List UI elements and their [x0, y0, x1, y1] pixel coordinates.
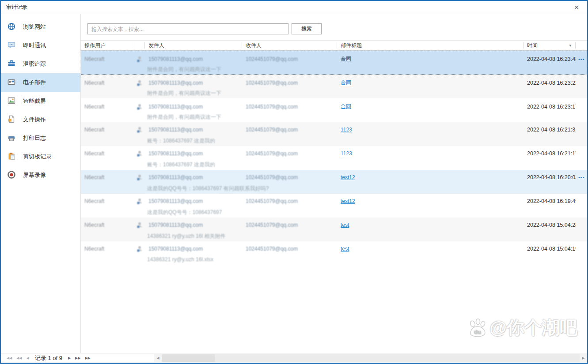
row-time: 2022-04-08 15:04:19 [524, 246, 576, 252]
search-input[interactable] [87, 23, 288, 34]
row-preview: 14386321 ry@y.uzh 16l.xlsx [147, 256, 213, 263]
mail-attachment-icon [134, 104, 145, 110]
globe-icon [8, 23, 15, 32]
row-subject: test12 [337, 174, 524, 180]
row-menu-button[interactable]: ••• [576, 56, 587, 62]
row-subject: 1123 [337, 127, 524, 133]
sidebar-item-file-operations[interactable]: 文件操作 [1, 110, 80, 129]
sidebar-item-label: 屏幕录像 [23, 171, 46, 179]
sidebar-item-browse-web[interactable]: 浏览网站 [1, 18, 80, 36]
row-sender: 15079081113@qq.com [145, 127, 242, 133]
row-subject: 合同 [337, 79, 524, 86]
file-icon [8, 115, 15, 124]
table-row[interactable]: N6ecraft 15079081113@qq.com 1024451079@q… [81, 98, 587, 122]
row-preview: 账号：1086437697 这是我的 [147, 161, 215, 169]
record-counter: 记录 1 of 9 [35, 354, 62, 362]
row-user: N6ecraft [81, 150, 134, 157]
sidebar-item-instant-messaging[interactable]: 即时通讯 [1, 36, 80, 55]
prev-page-button[interactable]: ◀ [24, 356, 31, 360]
footer-bar: ◀◀ ◀◀ ◀ 记录 1 of 9 ▶ ▶▶ ▶▶ ◀ ▶ [1, 353, 587, 363]
row-recipient: 1024451079@qq.com [242, 174, 337, 180]
row-user: N6ecraft [81, 56, 134, 62]
mail-attachment-icon [134, 127, 145, 133]
sidebar-item-label: 剪切板记录 [23, 153, 52, 161]
fast-next-page-button[interactable]: ▶▶ [73, 356, 83, 360]
subject-link[interactable]: test [341, 246, 349, 252]
row-sender: 15079081113@qq.com [145, 56, 242, 62]
row-sender: 15079081113@qq.com [145, 198, 242, 204]
row-time: 2022-04-08 16:21:17 [524, 150, 576, 157]
sidebar-item-label: 智能截屏 [23, 97, 46, 105]
sidebar-item-label: 浏览网站 [23, 23, 46, 31]
table-row[interactable]: N6ecraft 15079081113@qq.com 1024451079@q… [81, 51, 587, 75]
fast-prev-page-button[interactable]: ◀◀ [14, 356, 24, 360]
row-preview: 附件是合同，有问题商议这一下 [147, 113, 221, 121]
table-row[interactable]: N6ecraft 15079081113@qq.com 1024451079@q… [81, 146, 587, 170]
row-time: 2022-04-08 16:19:49 [524, 198, 576, 204]
briefcase-icon [8, 60, 15, 69]
main-panel: 搜索 操作用户 发件人 收件人 邮件标题 时间 ▼ N6ecraft 15079… [81, 14, 587, 353]
row-sender: 15079081113@qq.com [145, 104, 242, 110]
mail-attachment-icon [134, 56, 145, 62]
column-header-sender[interactable]: 发件人 [145, 41, 242, 50]
table-row[interactable]: N6ecraft 15079081113@qq.com 1024451079@q… [81, 170, 587, 194]
row-recipient: 1024451079@qq.com [242, 198, 337, 204]
table-row[interactable]: N6ecraft 15079081113@qq.com 1024451079@q… [81, 218, 587, 241]
sidebar-item-clipboard-records[interactable]: 剪切板记录 [1, 147, 80, 166]
subject-link[interactable]: 合同 [341, 103, 351, 109]
row-preview: 附件是合同，有问题商议这一下 [147, 90, 221, 97]
next-page-button[interactable]: ▶ [66, 356, 73, 360]
row-recipient: 1024451079@qq.com [242, 80, 337, 86]
sort-arrow-icon[interactable]: ▼ [569, 44, 572, 48]
column-header-time[interactable]: 时间 ▼ [524, 41, 576, 50]
subject-link[interactable]: test12 [341, 174, 355, 180]
row-preview: 账号：1086437697 这是我的 [147, 137, 215, 145]
scroll-right-icon[interactable]: ▶ [580, 354, 587, 362]
column-header-menu [576, 41, 587, 50]
row-preview: 附件是合同，有问题商议这一下 [147, 66, 221, 73]
close-icon[interactable]: × [570, 2, 583, 13]
horizontal-scrollbar[interactable]: ◀ ▶ [154, 354, 587, 362]
column-header-user[interactable]: 操作用户 [81, 41, 134, 50]
row-preview: 这是我的QQ号号：1086437697 有问题联系我好吗? [147, 185, 269, 192]
scroll-left-icon[interactable]: ◀ [154, 354, 162, 362]
row-preview: 这是我的QQ号号：1086437697 [147, 209, 222, 216]
table-row[interactable]: N6ecraft 15079081113@qq.com 1024451079@q… [81, 241, 587, 265]
first-page-button[interactable]: ◀◀ [4, 356, 14, 360]
subject-link[interactable]: 1123 [341, 150, 352, 157]
table-row[interactable]: N6ecraft 15079081113@qq.com 1024451079@q… [81, 122, 587, 146]
search-button[interactable]: 搜索 [292, 23, 322, 34]
subject-link[interactable]: test [341, 222, 349, 228]
column-header-icon[interactable] [134, 41, 145, 50]
table-row[interactable]: N6ecraft 15079081113@qq.com 1024451079@q… [81, 194, 587, 218]
last-page-button[interactable]: ▶▶ [83, 356, 92, 360]
row-recipient: 1024451079@qq.com [242, 104, 337, 110]
sidebar-item-label: 打印日志 [23, 134, 46, 142]
row-menu-button[interactable]: ••• [576, 175, 587, 180]
row-user: N6ecraft [81, 80, 134, 86]
row-subject: test12 [337, 198, 524, 204]
row-sender: 15079081113@qq.com [145, 174, 242, 180]
sidebar-item-screen-recording[interactable]: 屏幕录像 [1, 166, 80, 184]
column-header-recipient[interactable]: 收件人 [242, 41, 337, 50]
sidebar-item-email[interactable]: 电子邮件 [1, 73, 80, 92]
subject-link[interactable]: 合同 [341, 56, 351, 62]
table-row[interactable]: N6ecraft 15079081113@qq.com 1024451079@q… [81, 75, 587, 98]
sidebar-item-label: 电子邮件 [23, 79, 46, 86]
scrollbar-thumb[interactable] [162, 354, 215, 362]
sidebar-item-leak-tracking[interactable]: 泄密追踪 [1, 55, 80, 73]
column-header-subject[interactable]: 邮件标题 [337, 41, 524, 50]
subject-link[interactable]: test12 [341, 198, 355, 204]
subject-link[interactable]: 合同 [341, 79, 351, 86]
subject-link[interactable]: 1123 [341, 127, 352, 133]
mail-attachment-icon [134, 174, 145, 180]
window-title: 审计记录 [6, 4, 27, 11]
row-user: N6ecraft [81, 174, 134, 180]
row-preview: 14386321 ry@y.uzh 16l 相关附件 [147, 233, 225, 240]
row-sender: 15079081113@qq.com [145, 222, 242, 228]
row-time: 2022-04-08 16:23:48 [524, 56, 576, 62]
row-subject: test [337, 246, 524, 252]
sidebar-item-smart-screenshot[interactable]: 智能截屏 [1, 92, 80, 110]
sidebar-item-print-log[interactable]: 打印日志 [1, 129, 80, 147]
table-header: 操作用户 发件人 收件人 邮件标题 时间 ▼ [81, 40, 587, 51]
